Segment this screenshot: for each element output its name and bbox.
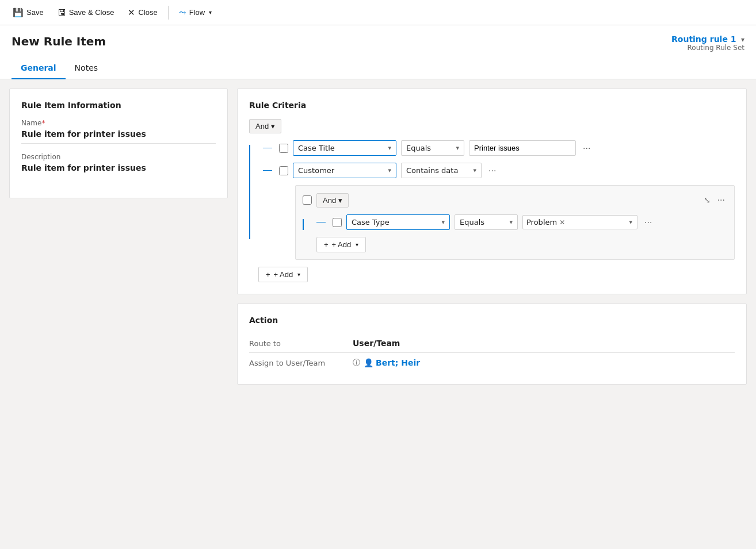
action-title: Action (249, 316, 735, 325)
equals-chevron-icon-1: ▾ (456, 144, 459, 152)
contains-data-chevron-icon: ▾ (473, 167, 476, 174)
routing-rule-link: Routing rule 1 ▾ Routing Rule Set (671, 34, 744, 52)
case-title-value-input[interactable] (469, 140, 576, 156)
flow-label: Flow (189, 8, 205, 17)
more-options-btn-2[interactable]: ··· (486, 163, 498, 178)
nested-add-container: + + Add ▾ (303, 237, 727, 252)
description-label: Description (21, 153, 216, 161)
outer-add-button[interactable]: + + Add ▾ (258, 267, 308, 282)
equals-operator-1[interactable]: Equals ▾ (401, 140, 464, 156)
nested-and-chevron-icon: ▾ (338, 196, 342, 205)
save-icon: 💾 (13, 7, 24, 18)
nested-group-left: And ▾ (303, 193, 349, 208)
routing-rule-sub: Routing Rule Set (671, 44, 744, 52)
toolbar-divider (168, 6, 169, 20)
customer-select[interactable]: Customer ▾ (293, 163, 396, 178)
criteria-left-border (249, 145, 250, 239)
nested-group-header: And ▾ ⤡ ··· (303, 193, 727, 208)
save-close-label: Save & Close (69, 8, 114, 17)
flow-button[interactable]: ⤳ Flow ▾ (173, 4, 217, 21)
tab-notes[interactable]: Notes (66, 59, 107, 79)
route-to-value: User/Team (353, 339, 400, 348)
case-title-chevron-icon: ▾ (388, 144, 391, 152)
equals-chevron-icon-2: ▾ (509, 218, 513, 226)
more-options-btn-1[interactable]: ··· (581, 141, 593, 156)
flow-icon: ⤳ (179, 7, 186, 18)
assign-row: Assign to User/Team ⓘ 👤 Bert; Heir (249, 353, 735, 373)
rule-criteria-panel: Rule Criteria And ▾ Case Title ▾ (237, 89, 747, 294)
route-to-label: Route to (249, 339, 353, 348)
close-icon: ✕ (128, 7, 135, 18)
nested-add-button[interactable]: + + Add ▾ (316, 237, 366, 252)
case-type-chevron-icon: ▾ (441, 218, 445, 226)
main-content: Rule Item Information Name* Rule item fo… (0, 79, 756, 549)
nested-left-border (303, 219, 304, 230)
outer-add-container: + + Add ▾ (249, 267, 735, 282)
assign-value-link[interactable]: Bert; Heir (376, 358, 420, 367)
required-star: * (41, 119, 45, 127)
close-button[interactable]: ✕ Close (122, 4, 163, 21)
case-type-select[interactable]: Case Type ▾ (346, 214, 450, 230)
and-label: And (255, 122, 269, 130)
page-header: New Rule Item Routing rule 1 ▾ Routing R… (0, 25, 756, 79)
route-to-row: Route to User/Team (249, 334, 735, 353)
customer-chevron-icon: ▾ (388, 167, 391, 174)
nested-criteria-group: Case Type ▾ Equals ▾ Problem (303, 214, 727, 230)
and-chevron-icon: ▾ (271, 122, 275, 130)
assign-value-container: ⓘ 👤 Bert; Heir (353, 358, 420, 368)
outer-add-plus-icon: + (266, 270, 270, 279)
and-button[interactable]: And ▾ (249, 119, 281, 133)
nested-group-right: ⤡ ··· (701, 193, 727, 208)
criteria-checkbox-2[interactable] (279, 166, 288, 175)
connector-h-1 (263, 148, 272, 148)
criteria-checkbox-1[interactable] (279, 144, 288, 153)
criteria-row-1: Case Title ▾ Equals ▾ ··· (258, 140, 735, 156)
page-title: New Rule Item (12, 34, 106, 48)
nested-group-checkbox[interactable] (303, 195, 312, 205)
nested-and-label: And (323, 196, 336, 205)
nested-row-1: Case Type ▾ Equals ▾ Problem (312, 214, 727, 230)
nested-more-btn[interactable]: ··· (715, 193, 727, 208)
nested-connector-h (316, 222, 326, 222)
collapse-icon: ⤡ (704, 195, 711, 205)
nested-and-button[interactable]: And ▾ (316, 193, 349, 208)
tag-dropdown-icon[interactable]: ▾ (628, 217, 633, 227)
assign-label: Assign to User/Team (249, 359, 353, 367)
criteria-row-2: Customer ▾ Contains data ▾ ··· (258, 163, 735, 178)
name-value: Rule item for printer issues (21, 129, 216, 144)
nested-group-container: And ▾ ⤡ ··· (295, 185, 735, 260)
rule-criteria-title: Rule Criteria (249, 101, 735, 110)
outer-add-chevron-icon: ▾ (297, 271, 300, 278)
description-value: Rule item for printer issues (21, 163, 216, 177)
case-type-checkbox[interactable] (333, 218, 342, 227)
collapse-button[interactable]: ⤡ (701, 194, 713, 206)
problem-tag-input[interactable]: Problem ✕ ▾ (522, 215, 637, 229)
left-panel: Rule Item Information Name* Rule item fo… (9, 89, 228, 198)
flow-chevron-icon: ▾ (209, 9, 212, 16)
save-close-icon: 🖫 (58, 7, 66, 17)
equals-operator-2[interactable]: Equals ▾ (455, 214, 518, 230)
save-label: Save (26, 8, 44, 17)
criteria-group: Case Title ▾ Equals ▾ ··· Customer (249, 140, 735, 260)
contains-data-operator[interactable]: Contains data ▾ (401, 163, 482, 178)
tag-remove-btn[interactable]: ✕ (559, 218, 565, 226)
tab-general[interactable]: General (12, 59, 66, 79)
problem-tag: Problem ✕ (526, 218, 565, 226)
routing-rule-chevron-icon: ▾ (741, 36, 744, 44)
tabs: General Notes (12, 59, 744, 79)
name-label: Name* (21, 119, 216, 127)
save-button[interactable]: 💾 Save (7, 4, 49, 21)
nested-add-plus-icon: + (324, 240, 329, 249)
nested-add-chevron-icon: ▾ (356, 241, 358, 248)
save-close-button[interactable]: 🖫 Save & Close (52, 4, 120, 21)
user-icon: 👤 (364, 358, 373, 367)
connector-h-2 (263, 170, 272, 171)
case-title-select[interactable]: Case Title ▾ (293, 140, 396, 156)
right-panel: Rule Criteria And ▾ Case Title ▾ (237, 89, 747, 549)
close-label: Close (138, 8, 157, 17)
action-panel: Action Route to User/Team Assign to User… (237, 304, 747, 385)
routing-rule-name[interactable]: Routing rule 1 (671, 34, 736, 44)
info-icon: ⓘ (353, 358, 360, 368)
toolbar: 💾 Save 🖫 Save & Close ✕ Close ⤳ Flow ▾ (0, 0, 756, 25)
nested-row-more-btn[interactable]: ··· (642, 215, 654, 230)
